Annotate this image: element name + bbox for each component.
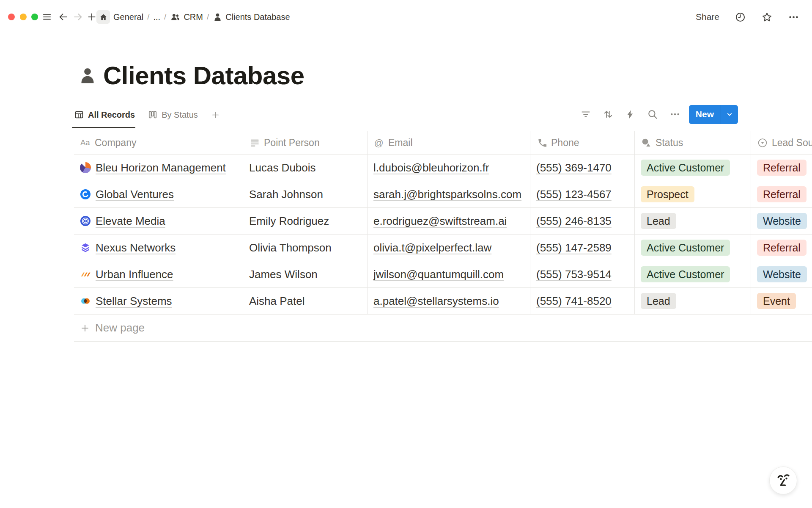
window-top-bar: General/.../CRM/Clients Database Share [0, 0, 812, 34]
point-person-cell[interactable]: Aisha Patel [243, 288, 368, 314]
search-icon[interactable] [647, 109, 658, 120]
email-cell[interactable]: l.dubois@bleuhorizon.fr [368, 155, 530, 181]
window-zoom-button[interactable] [31, 14, 38, 20]
column-header-phone[interactable]: Phone [530, 131, 635, 154]
page-title: Clients Database [103, 61, 304, 90]
select-column-icon [757, 137, 768, 149]
breadcrumb-separator: / [147, 12, 149, 22]
point-person-cell[interactable]: Olivia Thompson [243, 235, 368, 261]
sort-icon[interactable] [603, 109, 614, 120]
lead-source-cell[interactable]: Website [751, 208, 812, 234]
phone-column-icon [536, 138, 547, 148]
new-page-row[interactable]: New page [74, 315, 812, 342]
email-cell[interactable]: olivia.t@pixelperfect.law [368, 235, 530, 261]
company-logo-pie-chart [80, 162, 91, 173]
share-button[interactable]: Share [696, 12, 719, 22]
window-close-button[interactable] [8, 14, 15, 20]
status-cell[interactable]: Lead [635, 288, 751, 314]
lead-source-cell[interactable]: Referral [751, 235, 812, 261]
column-header-company[interactable]: AaCompany [74, 131, 243, 154]
phone-cell[interactable]: (555) 741-8520 [530, 288, 635, 314]
svg-text:Aa: Aa [80, 138, 90, 147]
lead-source-cell[interactable]: Referral [751, 181, 812, 207]
company-cell[interactable]: Global Ventures [74, 181, 243, 207]
new-tab-plus-icon[interactable] [87, 12, 97, 22]
lead-source-cell[interactable]: Event [751, 288, 812, 314]
table-row: Elevate MediaEmily Rodrigueze.rodriguez@… [74, 208, 812, 235]
phone-cell[interactable]: (555) 147-2589 [530, 235, 635, 261]
company-logo-venn [80, 295, 91, 306]
status-badge: Active Customer [641, 160, 730, 176]
point-person-cell[interactable]: Lucas Dubois [243, 155, 368, 181]
at-column-icon: @ [373, 137, 384, 149]
status-cell[interactable]: Active Customer [635, 261, 751, 287]
lead-source-cell[interactable]: Referral [751, 155, 812, 181]
svg-text:@: @ [374, 137, 384, 148]
point-person-cell[interactable]: Emily Rodriguez [243, 208, 368, 234]
new-record-button[interactable]: New [689, 105, 738, 124]
status-badge: Prospect [641, 186, 694, 202]
phone-cell[interactable]: (555) 753-9514 [530, 261, 635, 287]
window-minimize-button[interactable] [20, 14, 27, 20]
sidebar-menu-icon[interactable] [42, 12, 52, 22]
phone-cell[interactable]: (555) 369-1470 [530, 155, 635, 181]
clients-table: AaCompanyPoint Person@EmailPhoneStatusLe… [74, 131, 812, 342]
tab-by-status[interactable]: By Status [148, 110, 198, 120]
company-logo-spiral [80, 215, 91, 226]
view-toolbar: New [569, 105, 738, 124]
breadcrumb-item[interactable]: ... [153, 12, 160, 22]
lead-source-badge: Referral [757, 186, 807, 202]
breadcrumb-item[interactable]: Clients Database [213, 12, 290, 22]
plus-icon [80, 323, 90, 333]
breadcrumb-item[interactable]: General [113, 12, 143, 22]
point-person-cell[interactable]: Sarah Johnson [243, 181, 368, 207]
table-row: Nexus NetworksOlivia Thompsonolivia.t@pi… [74, 235, 812, 261]
new-button-chevron-down-icon[interactable] [721, 110, 738, 119]
table-header-row: AaCompanyPoint Person@EmailPhoneStatusLe… [74, 131, 812, 155]
breadcrumb-item[interactable]: CRM [170, 12, 203, 22]
company-cell[interactable]: Bleu Horizon Management [74, 155, 243, 181]
home-icon[interactable] [96, 10, 110, 24]
status-badge: Lead [641, 213, 676, 229]
active-tab-underline [72, 127, 135, 128]
forward-arrow-icon[interactable] [73, 12, 83, 22]
page-icon-person[interactable] [78, 66, 97, 86]
view-options-dots-icon[interactable] [669, 109, 680, 120]
status-cell[interactable]: Prospect [635, 181, 751, 207]
column-header-lead-source[interactable]: Lead Source [751, 131, 812, 154]
automation-bolt-icon[interactable] [625, 109, 636, 120]
company-cell[interactable]: Nexus Networks [74, 235, 243, 261]
email-cell[interactable]: e.rodriguez@swiftstream.ai [368, 208, 530, 234]
point-person-cell[interactable]: James Wilson [243, 261, 368, 287]
email-cell[interactable]: a.patel@stellarsystems.io [368, 288, 530, 314]
history-clock-icon[interactable] [735, 11, 746, 23]
email-cell[interactable]: sarah.j@brightsparksolns.com [368, 181, 530, 207]
lead-source-badge: Event [757, 293, 796, 309]
company-cell[interactable]: Elevate Media [74, 208, 243, 234]
table-row: Global VenturesSarah Johnsonsarah.j@brig… [74, 181, 812, 208]
lead-source-cell[interactable]: Website [751, 261, 812, 287]
breadcrumb-separator: / [164, 12, 166, 22]
tab-all-records[interactable]: All Records [74, 110, 135, 120]
filter-icon[interactable] [580, 109, 591, 120]
email-cell[interactable]: jwilson@quantumquill.com [368, 261, 530, 287]
table-row: Stellar SystemsAisha Patela.patel@stella… [74, 288, 812, 315]
status-badge: Lead [641, 293, 676, 309]
add-view-plus-icon[interactable] [211, 110, 220, 120]
company-cell[interactable]: Urban Influence [74, 261, 243, 287]
more-options-icon[interactable] [788, 11, 799, 23]
status-cell[interactable]: Active Customer [635, 155, 751, 181]
phone-cell[interactable]: (555) 246-8135 [530, 208, 635, 234]
phone-cell[interactable]: (555) 123-4567 [530, 181, 635, 207]
back-arrow-icon[interactable] [58, 12, 69, 22]
favorite-star-icon[interactable] [761, 11, 773, 23]
column-header-status[interactable]: Status [635, 131, 751, 154]
column-header-email[interactable]: @Email [368, 131, 530, 154]
column-header-point-person[interactable]: Point Person [243, 131, 368, 154]
company-cell[interactable]: Stellar Systems [74, 288, 243, 314]
status-cell[interactable]: Active Customer [635, 235, 751, 261]
notion-ai-face-button[interactable] [769, 467, 797, 494]
status-cell[interactable]: Lead [635, 208, 751, 234]
table-row: Urban InfluenceJames Wilsonjwilson@quant… [74, 261, 812, 288]
people-icon [170, 12, 181, 22]
